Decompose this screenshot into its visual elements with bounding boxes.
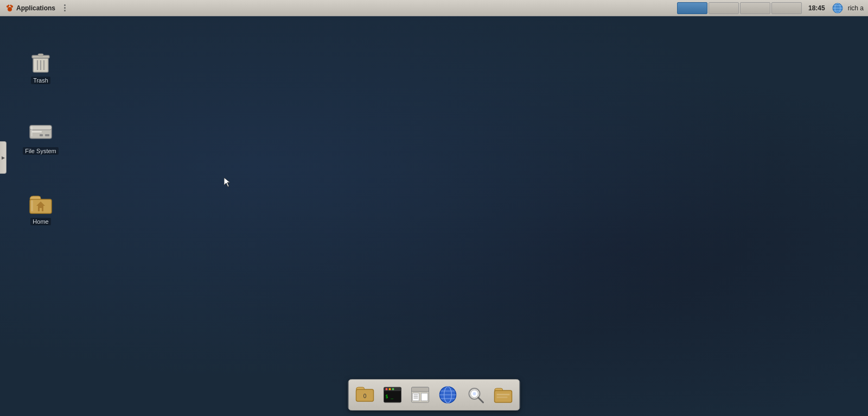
trash-label: Trash <box>31 77 50 84</box>
svg-rect-39 <box>413 393 419 401</box>
desktop: Trash File System <box>0 16 868 416</box>
svg-point-0 <box>8 7 12 11</box>
svg-point-33 <box>386 388 388 390</box>
home-icon-image <box>28 190 54 216</box>
home-desktop-icon[interactable]: Home <box>16 187 65 228</box>
svg-rect-16 <box>34 59 36 70</box>
mouse-cursor <box>224 178 231 187</box>
panel-grip <box>63 3 67 12</box>
network-icon[interactable] <box>832 2 844 14</box>
user-label[interactable]: rich a <box>846 4 866 12</box>
dock-files-icon: 0 <box>355 385 375 405</box>
applications-icon <box>5 4 14 12</box>
home-icon <box>28 190 54 216</box>
svg-rect-15 <box>38 54 43 56</box>
svg-rect-20 <box>40 134 43 136</box>
trash-icon <box>28 48 54 74</box>
filesystem-icon <box>28 119 54 145</box>
filesystem-label: File System <box>23 147 58 155</box>
svg-rect-55 <box>497 396 508 398</box>
trash-icon-image <box>28 48 54 74</box>
svg-rect-26 <box>40 208 42 211</box>
dock-terminal-icon: $ _ <box>383 385 403 405</box>
svg-text:$ _: $ _ <box>386 394 394 399</box>
svg-text:0: 0 <box>363 393 367 399</box>
top-panel: Applications 18:45 rich a <box>0 0 868 16</box>
svg-rect-38 <box>412 387 429 392</box>
dock-browser-icon <box>438 385 458 405</box>
workspace-2-button[interactable] <box>709 2 739 14</box>
bottom-dock: 0 $ _ <box>348 379 520 411</box>
workspace-1-button[interactable] <box>677 2 707 14</box>
svg-rect-54 <box>497 394 510 395</box>
svg-rect-22 <box>31 127 33 136</box>
dock-files-button[interactable]: 0 <box>352 382 378 408</box>
svg-marker-28 <box>224 178 230 187</box>
svg-point-4 <box>10 4 12 6</box>
dock-browser-button[interactable] <box>435 382 461 408</box>
workspace-switcher <box>677 2 802 14</box>
dock-search-icon <box>466 385 486 405</box>
dock-filemanager-icon <box>411 385 430 405</box>
clock: 18:45 <box>804 4 829 12</box>
applications-label: Applications <box>16 4 55 12</box>
filesystem-icon-image <box>28 119 54 145</box>
home-label: Home <box>30 218 50 225</box>
workspace-4-button[interactable] <box>771 2 802 14</box>
svg-point-34 <box>389 388 391 390</box>
dock-terminal-button[interactable]: $ _ <box>380 382 406 408</box>
dock-search-button[interactable] <box>463 382 489 408</box>
svg-line-51 <box>478 398 483 402</box>
svg-rect-18 <box>30 125 52 130</box>
dock-filemanager-button[interactable] <box>407 382 433 408</box>
svg-point-3 <box>8 4 10 6</box>
svg-point-52 <box>473 392 476 395</box>
dock-folder-button[interactable] <box>490 382 516 408</box>
svg-point-35 <box>392 388 394 390</box>
trash-desktop-icon[interactable]: Trash <box>16 46 65 86</box>
applications-menu-button[interactable]: Applications <box>2 3 59 14</box>
side-panel-toggle[interactable] <box>0 141 7 174</box>
filesystem-desktop-icon[interactable]: File System <box>16 117 65 157</box>
svg-rect-40 <box>422 393 428 401</box>
svg-rect-21 <box>32 131 42 133</box>
svg-rect-19 <box>45 134 49 136</box>
svg-rect-27 <box>31 200 33 211</box>
workspace-3-button[interactable] <box>740 2 770 14</box>
dock-folder-icon <box>494 385 513 405</box>
